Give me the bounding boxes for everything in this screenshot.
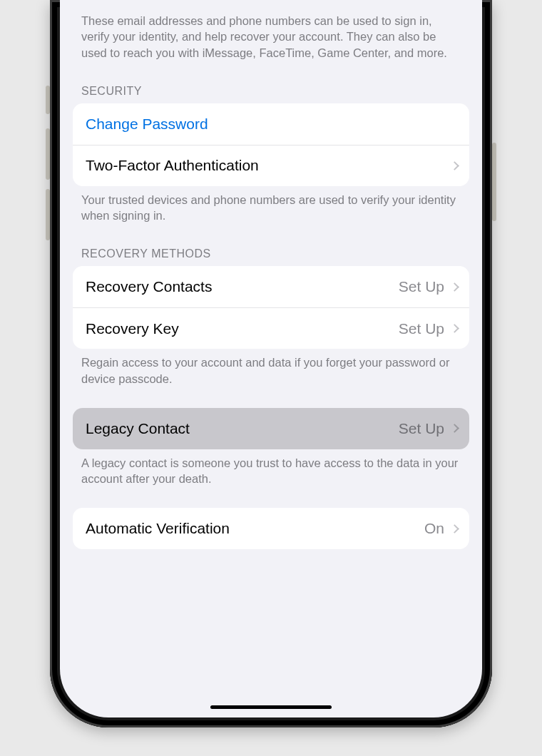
legacy-contact-trail: Set Up [399,420,458,437]
legacy-contact-value: Set Up [399,420,444,437]
recovery-section-header: RECOVERY METHODS [73,228,469,266]
settings-scrollview[interactable]: These email addresses and phone numbers … [60,0,482,578]
change-password-label: Change Password [86,116,458,133]
legacy-contact-group: Legacy Contact Set Up [73,408,469,449]
automatic-verification-label: Automatic Verification [86,520,424,537]
two-factor-trail [450,163,458,169]
recovery-contacts-label: Recovery Contacts [86,278,399,295]
automatic-verification-trail: On [424,520,458,537]
two-factor-row[interactable]: Two-Factor Authentication [73,145,469,186]
change-password-row[interactable]: Change Password [73,103,469,145]
recovery-contacts-trail: Set Up [399,278,458,295]
chevron-right-icon [450,161,459,170]
chevron-right-icon [450,424,459,433]
recovery-contacts-value: Set Up [399,278,444,295]
recovery-key-label: Recovery Key [86,320,399,337]
security-section-header: SECURITY [73,65,469,103]
two-factor-label: Two-Factor Authentication [86,157,450,174]
recovery-group: Recovery Contacts Set Up Recovery Key Se… [73,266,469,349]
recovery-key-row[interactable]: Recovery Key Set Up [73,307,469,349]
contact-info-footer: These email addresses and phone numbers … [73,7,469,65]
chevron-right-icon [450,282,459,292]
home-indicator[interactable] [210,705,332,709]
recovery-footer: Regain access to your account and data i… [73,349,469,391]
legacy-contact-row[interactable]: Legacy Contact Set Up [73,408,469,449]
spacer [73,391,469,408]
side-button [492,143,496,221]
legacy-contact-footer: A legacy contact is someone you trust to… [73,449,469,491]
security-group: Change Password Two-Factor Authenticatio… [73,103,469,186]
recovery-contacts-row[interactable]: Recovery Contacts Set Up [73,266,469,307]
security-footer: Your trusted devices and phone numbers a… [73,186,469,228]
spacer [73,491,469,508]
recovery-key-trail: Set Up [399,320,458,337]
chevron-right-icon [450,324,459,333]
legacy-contact-label: Legacy Contact [86,420,399,437]
screen: These email addresses and phone numbers … [60,0,482,717]
recovery-key-value: Set Up [399,320,444,337]
chevron-right-icon [450,524,459,533]
automatic-verification-value: On [424,520,444,537]
automatic-verification-group: Automatic Verification On [73,508,469,549]
iphone-device-frame: These email addresses and phone numbers … [50,0,492,727]
automatic-verification-row[interactable]: Automatic Verification On [73,508,469,549]
